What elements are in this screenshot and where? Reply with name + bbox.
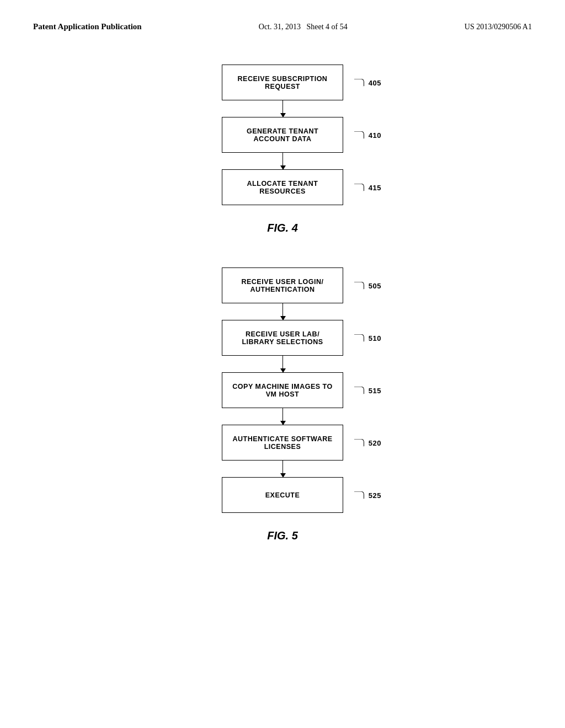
flow-row-525: EXECUTE 525 (222, 477, 343, 513)
arrow-405-410 (282, 100, 283, 117)
hook-icon-515 (354, 387, 364, 394)
flow-row-505: RECEIVE USER LOGIN/ AUTHENTICATION 505 (222, 267, 343, 303)
label-510: 510 (354, 334, 381, 342)
flow-row-405: RECEIVE SUBSCRIPTION REQUEST 405 (222, 65, 343, 100)
hook-icon-415 (354, 184, 364, 191)
hook-icon-410 (354, 131, 364, 139)
label-525: 525 (354, 491, 381, 499)
box-515: COPY MACHINE IMAGES TO VM HOST 515 (222, 372, 343, 408)
box-415: ALLOCATE TENANT RESOURCES 415 (222, 169, 343, 205)
arrow-410-415 (282, 153, 283, 169)
arrow-505-510 (282, 303, 283, 320)
arrow-510-515 (282, 356, 283, 372)
fig5-label: FIG. 5 (267, 529, 298, 542)
label-410: 410 (354, 131, 381, 139)
publication-title: Patent Application Publication (33, 22, 142, 31)
flow-row-510: RECEIVE USER LAB/ LIBRARY SELECTIONS 510 (222, 320, 343, 356)
publication-date: Oct. 31, 2013 Sheet 4 of 54 (259, 23, 348, 31)
hook-icon-520 (354, 439, 364, 447)
hook-icon-510 (354, 334, 364, 342)
box-510: RECEIVE USER LAB/ LIBRARY SELECTIONS 510 (222, 320, 343, 356)
hook-icon-505 (354, 282, 364, 290)
box-405: RECEIVE SUBSCRIPTION REQUEST 405 (222, 65, 343, 100)
arrow-515-520 (282, 408, 283, 425)
fig5-flowchart: RECEIVE USER LOGIN/ AUTHENTICATION 505 R… (222, 267, 343, 513)
flow-row-515: COPY MACHINE IMAGES TO VM HOST 515 (222, 372, 343, 408)
box-520: AUTHENTICATE SOFTWARE LICENSES 520 (222, 425, 343, 461)
flow-row-415: ALLOCATE TENANT RESOURCES 415 (222, 169, 343, 205)
fig4-label: FIG. 4 (267, 222, 298, 234)
box-525: EXECUTE 525 (222, 477, 343, 513)
label-505: 505 (354, 281, 381, 290)
fig5-diagram: RECEIVE USER LOGIN/ AUTHENTICATION 505 R… (33, 267, 532, 542)
flow-row-520: AUTHENTICATE SOFTWARE LICENSES 520 (222, 425, 343, 461)
fig4-diagram: RECEIVE SUBSCRIPTION REQUEST 405 GENERAT… (33, 65, 532, 234)
label-520: 520 (354, 438, 381, 447)
box-410: GENERATE TENANT ACCOUNT DATA 410 (222, 117, 343, 153)
label-415: 415 (354, 183, 381, 191)
patent-number: US 2013/0290506 A1 (465, 23, 532, 31)
page: Patent Application Publication Oct. 31, … (0, 0, 565, 728)
hook-icon-405 (354, 79, 364, 87)
label-515: 515 (354, 386, 381, 394)
page-header: Patent Application Publication Oct. 31, … (33, 22, 532, 31)
label-405: 405 (354, 78, 381, 87)
box-505: RECEIVE USER LOGIN/ AUTHENTICATION 505 (222, 267, 343, 303)
flow-row-410: GENERATE TENANT ACCOUNT DATA 410 (222, 117, 343, 153)
arrow-520-525 (282, 461, 283, 477)
fig4-flowchart: RECEIVE SUBSCRIPTION REQUEST 405 GENERAT… (222, 65, 343, 205)
hook-icon-525 (354, 491, 364, 499)
